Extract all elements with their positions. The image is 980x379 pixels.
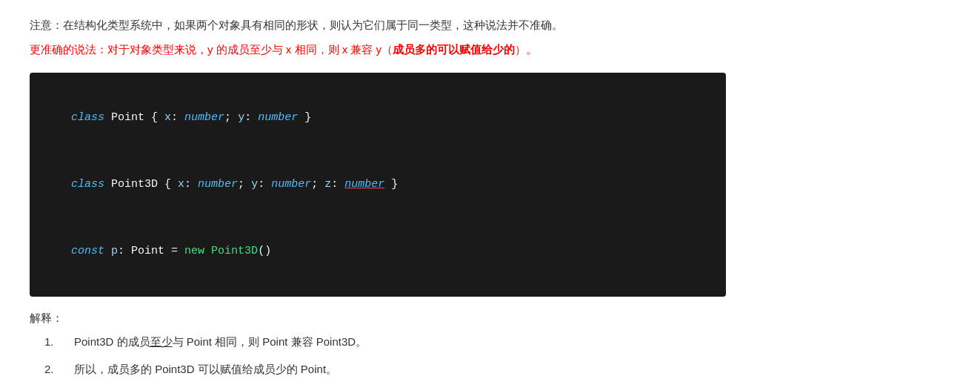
colon-3: : <box>184 178 198 191</box>
list-item-1: 1. Point3D 的成员至少与 Point 相同，则 Point 兼容 Po… <box>30 332 950 352</box>
var-p: p <box>104 245 118 257</box>
prop-z-2: z <box>324 178 331 191</box>
parens: () <box>258 245 271 257</box>
code-block: class Point { x: number; y: number } cla… <box>30 73 726 297</box>
type-number-4: number <box>271 178 311 191</box>
accurate-bold: 成员多的可以赋值给少的 <box>393 43 515 56</box>
list-content-2: 所以，成员多的 Point3D 可以赋值给成员少的 Point。 <box>74 359 950 379</box>
prop-y-1: y <box>238 111 244 124</box>
semi-1: ; <box>224 111 238 124</box>
explain-section: 解释： 1. Point3D 的成员至少与 Point 相同，则 Point 兼… <box>30 312 950 379</box>
brace-open-2: { <box>164 178 178 191</box>
class-name-point: Point <box>104 111 151 124</box>
note-text: 注意：在结构化类型系统中，如果两个对象具有相同的形状，则认为它们属于同一类型，这… <box>30 15 950 35</box>
brace-close-2: } <box>384 178 398 191</box>
type-point-ref: Point <box>131 245 164 257</box>
accurate-suffix: ）。 <box>515 43 537 56</box>
code-line-1: class Point { x: number; y: number } <box>44 85 711 151</box>
list-item-2: 2. 所以，成员多的 Point3D 可以赋值给成员少的 Point。 <box>30 359 950 379</box>
keyword-class-1: class <box>71 111 104 124</box>
brace-close-1: } <box>298 111 311 124</box>
colon-6: : <box>118 245 131 257</box>
code-line-3: const p: Point = new Point3D() <box>44 218 711 285</box>
list-suffix-1: 与 Point 相同，则 Point 兼容 Point3D。 <box>173 335 367 348</box>
prop-y-2: y <box>251 178 258 191</box>
prop-x-2: x <box>178 178 184 191</box>
colon-2: : <box>244 111 258 124</box>
list-number-1: 1. <box>30 332 74 352</box>
colon-5: : <box>331 178 344 191</box>
colon-4: : <box>258 178 271 191</box>
keyword-class-2: class <box>71 178 104 191</box>
keyword-const: const <box>71 245 104 257</box>
explain-list: 1. Point3D 的成员至少与 Point 相同，则 Point 兼容 Po… <box>30 332 950 379</box>
brace-open-1: { <box>151 111 164 124</box>
code-line-2: class Point3D { x: number; y: number; z:… <box>44 151 711 218</box>
type-number-1: number <box>184 111 224 124</box>
semi-3: ; <box>311 178 324 191</box>
type-number-5-underlined: number <box>344 178 384 191</box>
type-number-3: number <box>198 178 238 191</box>
prop-x-1: x <box>164 111 171 124</box>
equals-sign: = <box>164 245 184 257</box>
list-underline-1: 至少 <box>150 335 173 348</box>
list-prefix-1: Point3D 的成员 <box>74 335 150 348</box>
accurate-prefix: 更准确的说法：对于对象类型来说，y 的成员至少与 x 相同，则 x 兼容 y（ <box>30 43 393 56</box>
explain-title: 解释： <box>30 312 950 326</box>
type-number-2: number <box>258 111 298 124</box>
class-name-point3d: Point3D <box>104 178 164 191</box>
accurate-text: 更准确的说法：对于对象类型来说，y 的成员至少与 x 相同，则 x 兼容 y（成… <box>30 39 950 59</box>
colon-1: : <box>171 111 184 124</box>
list-content-1: Point3D 的成员至少与 Point 相同，则 Point 兼容 Point… <box>74 332 950 352</box>
list-number-2: 2. <box>30 359 74 379</box>
keyword-new: new <box>184 245 204 257</box>
semi-2: ; <box>238 178 251 191</box>
class-point3d-ref: Point3D <box>204 245 258 257</box>
